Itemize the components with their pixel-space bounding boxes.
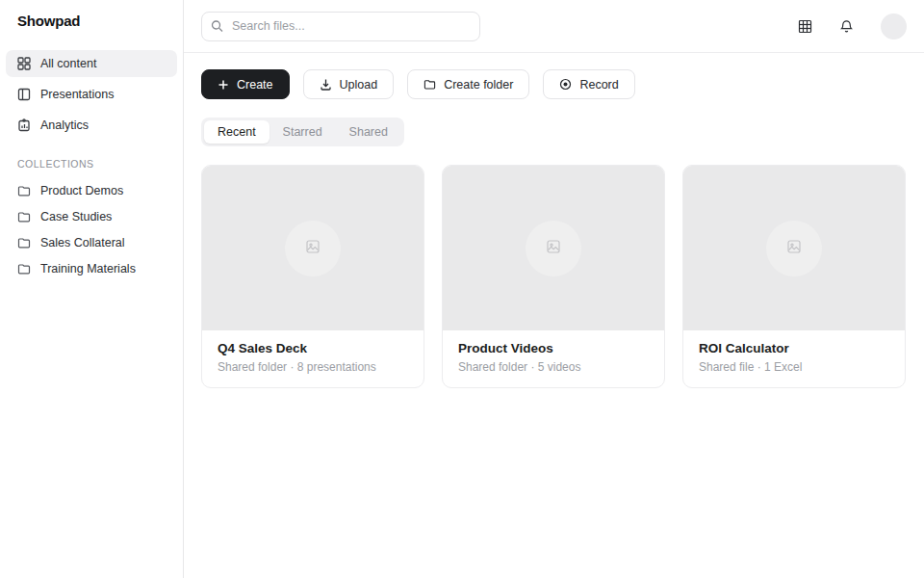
card-info: Product Videos Shared folder · 5 videos [443, 330, 664, 387]
card-title: Q4 Sales Deck [218, 341, 408, 355]
card-thumbnail [202, 166, 424, 330]
search-container [201, 12, 480, 41]
card-roi-calculator[interactable]: ROI Calculator Shared file · 1 Excel [682, 165, 906, 388]
presentation-icon [17, 88, 31, 101]
folder-icon [424, 78, 436, 91]
main-area: Create Upload Create fol [184, 0, 924, 578]
card-subtitle: Shared folder · 5 videos [458, 360, 649, 374]
sidebar-item-label: All content [40, 57, 96, 70]
app-logo: Showpad [0, 13, 183, 50]
card-subtitle: Shared file · 1 Excel [699, 360, 889, 374]
bell-icon[interactable] [839, 19, 854, 34]
search-input[interactable] [201, 12, 480, 41]
thumbnail-halo [285, 221, 341, 276]
apps-grid-icon[interactable] [798, 19, 812, 34]
toolbar: Create Upload Create fol [201, 69, 907, 99]
analytics-icon [17, 118, 31, 132]
create-folder-button[interactable]: Create folder [407, 69, 529, 99]
sidebar-item-analytics[interactable]: Analytics [6, 112, 177, 139]
card-product-videos[interactable]: Product Videos Shared folder · 5 videos [442, 165, 665, 388]
search-icon [211, 20, 223, 33]
avatar[interactable] [881, 13, 907, 39]
card-thumbnail [443, 166, 664, 330]
collection-label: Case Studies [40, 210, 112, 223]
collection-label: Sales Collateral [40, 236, 125, 250]
sidebar-item-product-demos[interactable]: Product Demos [6, 177, 177, 203]
folder-icon [17, 236, 31, 250]
tab-shared[interactable]: Shared [336, 120, 401, 144]
card-info: Q4 Sales Deck Shared folder · 8 presenta… [202, 330, 424, 387]
plus-icon [218, 79, 229, 91]
topbar-actions [798, 13, 907, 39]
record-button[interactable]: Record [543, 69, 634, 99]
topbar [184, 0, 924, 53]
tabs: Recent Starred Shared [201, 118, 404, 146]
upload-button[interactable]: Upload [303, 69, 395, 99]
card-subtitle: Shared folder · 8 presentations [218, 360, 408, 374]
image-icon [786, 239, 802, 258]
sidebar: Showpad All content Presentations [0, 0, 184, 578]
create-button-label: Create [237, 78, 273, 92]
sidebar-item-case-studies[interactable]: Case Studies [6, 203, 177, 229]
collection-label: Training Materials [40, 262, 136, 276]
image-icon [305, 239, 321, 258]
card-thumbnail [683, 166, 905, 330]
folder-icon [17, 262, 31, 276]
sidebar-item-sales-collateral[interactable]: Sales Collateral [6, 229, 177, 255]
collections-list: Product Demos Case Studies Sales Collate… [0, 177, 183, 281]
sidebar-item-label: Presentations [40, 88, 114, 101]
tab-starred[interactable]: Starred [270, 120, 336, 144]
upload-button-label: Upload [340, 78, 378, 92]
folder-icon [17, 184, 31, 197]
sidebar-item-presentations[interactable]: Presentations [6, 81, 177, 108]
card-info: ROI Calculator Shared file · 1 Excel [683, 330, 905, 387]
grid-icon [17, 57, 31, 70]
image-icon [546, 239, 561, 258]
create-folder-button-label: Create folder [444, 78, 513, 92]
sidebar-item-label: Analytics [40, 118, 89, 132]
tab-recent[interactable]: Recent [204, 120, 270, 144]
create-button[interactable]: Create [201, 69, 290, 99]
record-button-label: Record [579, 78, 618, 92]
sidebar-item-all-content[interactable]: All content [6, 50, 177, 77]
record-icon [559, 78, 572, 91]
sidebar-item-training-materials[interactable]: Training Materials [6, 255, 177, 281]
card-title: Product Videos [458, 341, 649, 355]
card-title: ROI Calculator [699, 341, 889, 355]
collection-label: Product Demos [40, 184, 123, 197]
thumbnail-halo [526, 221, 581, 276]
folder-icon [17, 210, 31, 223]
sidebar-nav: All content Presentations Analytics [0, 50, 183, 139]
content-area: Create Upload Create fol [184, 53, 924, 578]
card-q4-sales-deck[interactable]: Q4 Sales Deck Shared folder · 8 presenta… [201, 165, 424, 388]
collections-section-label: COLLECTIONS [0, 143, 183, 177]
thumbnail-halo [766, 221, 822, 276]
file-cards: Q4 Sales Deck Shared folder · 8 presenta… [201, 165, 907, 388]
upload-icon [320, 78, 332, 91]
